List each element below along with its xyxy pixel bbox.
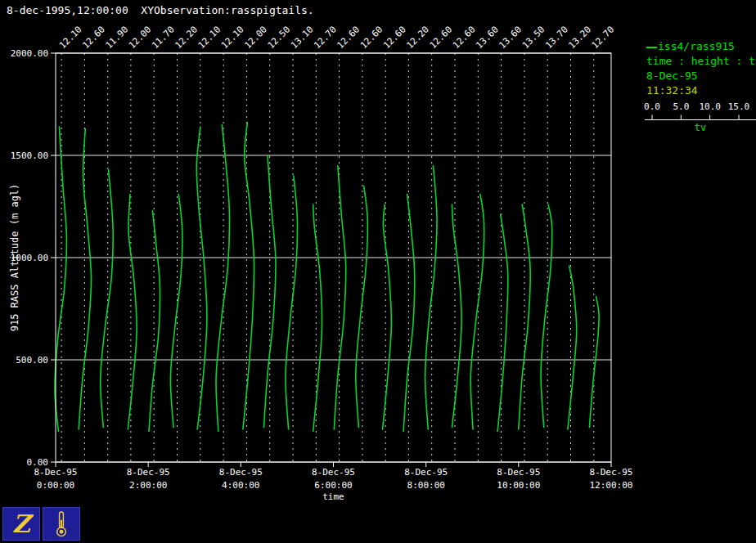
series-name: iss4/rass915 — [658, 40, 735, 52]
svg-text:13.70: 13.70 — [543, 25, 570, 52]
svg-text:4:00:00: 4:00:00 — [222, 480, 259, 491]
svg-text:2:00:00: 2:00:00 — [129, 480, 167, 491]
zeb-zoom-button[interactable]: Z — [2, 507, 40, 541]
svg-text:0:00:00: 0:00:00 — [37, 480, 74, 491]
tv-scale-axis — [645, 114, 756, 121]
tv-scale-label: tv — [645, 122, 756, 133]
svg-text:12.50: 12.50 — [266, 25, 293, 52]
svg-text:8-Dec-95: 8-Dec-95 — [312, 467, 355, 478]
pigtail-profile — [425, 166, 437, 430]
svg-text:12.60: 12.60 — [451, 25, 478, 52]
pigtail-profile — [383, 204, 392, 429]
tv-scale-tick-label: 10.0 — [699, 101, 721, 112]
pigtail-profile — [313, 204, 322, 432]
svg-text:10:00:00: 10:00:00 — [497, 480, 540, 491]
tv-scale-tick-label: 0.0 — [644, 101, 660, 112]
svg-text:13.20: 13.20 — [566, 25, 593, 52]
svg-text:8-Dec-95: 8-Dec-95 — [127, 467, 170, 478]
toolbar: Z — [2, 507, 80, 541]
thermometer-icon — [53, 510, 70, 537]
svg-text:8-Dec-95: 8-Dec-95 — [590, 467, 633, 478]
pigtail-chart: 12.1012.6011.9012.0011.7012.2012.1012.10… — [0, 0, 756, 543]
svg-text:12.20: 12.20 — [404, 25, 431, 52]
svg-text:12.00: 12.00 — [127, 25, 154, 52]
pigtail-profile — [589, 297, 599, 428]
svg-text:12.60: 12.60 — [381, 25, 408, 52]
svg-text:2000.00: 2000.00 — [11, 48, 48, 59]
svg-text:12.10: 12.10 — [219, 25, 246, 52]
svg-text:11.70: 11.70 — [150, 25, 177, 52]
pigtail-profile — [196, 127, 207, 429]
svg-text:8-Dec-95: 8-Dec-95 — [219, 467, 263, 478]
pigtail-profile — [452, 204, 461, 428]
pigtail-profile — [149, 211, 160, 432]
zeb-z-icon: Z — [12, 512, 30, 536]
svg-text:13.60: 13.60 — [474, 25, 501, 52]
profile-top-labels: 12.1012.6011.9012.0011.7012.2012.1012.10… — [57, 25, 616, 52]
svg-text:13.60: 13.60 — [497, 25, 524, 52]
tv-scale: 0.05.010.015.0 tv — [645, 101, 756, 139]
svg-text:12.10: 12.10 — [196, 25, 223, 52]
svg-text:12.20: 12.20 — [173, 25, 200, 52]
tv-scale-tick-label: 5.0 — [673, 101, 689, 112]
grid-lines — [56, 53, 611, 462]
svg-text:12.60: 12.60 — [335, 25, 362, 52]
svg-text:12.10: 12.10 — [57, 25, 84, 52]
pigtail-profile — [356, 186, 368, 428]
x-axis-title: time — [322, 491, 344, 502]
tv-scale-tick-label: 15.0 — [728, 101, 750, 112]
pigtail-profiles — [55, 123, 599, 432]
legend-fields: time : height : tv — [646, 54, 756, 69]
y-axis-title: 915 RASS Altitude (m agl) — [9, 184, 20, 332]
svg-text:12.60: 12.60 — [358, 25, 385, 52]
pigtail-profile — [101, 170, 114, 428]
pigtail-profile — [55, 127, 66, 432]
svg-text:8-Dec-95: 8-Dec-95 — [34, 467, 78, 478]
thermometer-button[interactable] — [43, 507, 80, 541]
axis-titles: time915 RASS Altitude (m agl) — [9, 184, 344, 502]
svg-text:13.50: 13.50 — [520, 25, 547, 52]
svg-text:12.60: 12.60 — [80, 25, 107, 52]
svg-text:12:00:00: 12:00:00 — [590, 480, 633, 491]
x-axis-labels: 8-Dec-950:00:008-Dec-952:00:008-Dec-954:… — [34, 462, 633, 491]
svg-text:1500.00: 1500.00 — [11, 150, 48, 161]
svg-text:12.70: 12.70 — [590, 25, 617, 52]
tv-scale-tick-labels: 0.05.010.015.0 — [645, 101, 756, 114]
pigtail-profile — [541, 204, 552, 428]
legend-series-line: iss4/rass915 — [646, 39, 756, 54]
pigtail-profile — [334, 166, 345, 430]
pigtail-profile — [497, 215, 508, 432]
pigtail-profile — [170, 195, 182, 428]
svg-text:12.00: 12.00 — [242, 25, 269, 52]
pigtail-profile — [216, 125, 229, 432]
svg-text:6:00:00: 6:00:00 — [314, 480, 352, 491]
legend-time: 11:32:34 — [646, 83, 756, 98]
svg-text:12.60: 12.60 — [428, 25, 455, 52]
pigtail-profile — [286, 176, 298, 429]
svg-text:500.00: 500.00 — [16, 355, 48, 366]
svg-text:11.90: 11.90 — [104, 25, 131, 52]
svg-text:12.70: 12.70 — [312, 25, 339, 52]
svg-text:8-Dec-95: 8-Dec-95 — [404, 467, 448, 478]
svg-text:8-Dec-95: 8-Dec-95 — [497, 467, 540, 478]
legend-date: 8-Dec-95 — [646, 69, 756, 83]
legend-panel: iss4/rass915 time : height : tv 8-Dec-95… — [646, 39, 756, 98]
pigtail-profile — [128, 195, 137, 430]
svg-text:8:00:00: 8:00:00 — [407, 480, 445, 491]
series-line-swatch — [646, 47, 657, 48]
svg-text:13.10: 13.10 — [289, 25, 316, 52]
pigtail-profile — [403, 195, 415, 432]
pigtail-profile — [470, 195, 484, 430]
pigtail-profile — [243, 123, 254, 429]
pigtail-profile — [568, 266, 577, 429]
